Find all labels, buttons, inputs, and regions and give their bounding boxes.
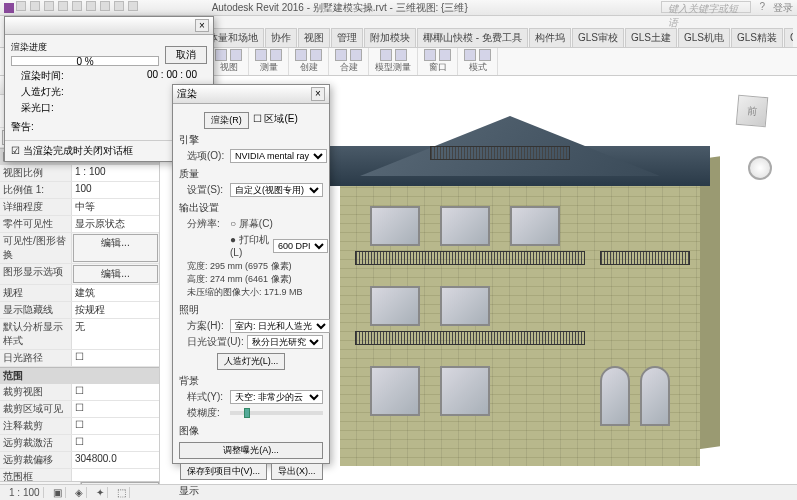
property-row[interactable]: 可见性/图形替换编辑... — [0, 233, 159, 264]
progress-stat: 渲染时间:00 : 00 : 00 — [11, 68, 207, 84]
export-button[interactable]: 导出(X)... — [271, 463, 323, 480]
property-row[interactable]: 比例值 1:100 — [0, 182, 159, 199]
status-icon[interactable]: ▣ — [50, 487, 66, 498]
ribbon-tab[interactable]: GLS土建 — [625, 28, 677, 47]
nav-wheel[interactable] — [748, 156, 772, 180]
close-on-finish-checkbox[interactable]: ☑ 当渲染完成时关闭对话框 — [11, 145, 133, 156]
property-row[interactable]: 裁剪视图 — [0, 384, 159, 401]
property-row[interactable]: 显示隐藏线按规程 — [0, 302, 159, 319]
screen-radio[interactable]: ○ 屏幕(C) — [230, 217, 273, 231]
render-button[interactable]: 渲染(R) — [204, 112, 249, 129]
ribbon-group: 模式 — [458, 48, 498, 75]
ribbon-tab[interactable]: GLS审校 — [572, 28, 624, 47]
quick-access-toolbar[interactable] — [16, 1, 138, 11]
help-icon[interactable]: ? — [759, 1, 765, 15]
scheme-select[interactable]: 室内: 日光和人造光 — [230, 319, 330, 333]
progress-label: 渲染进度 — [11, 41, 159, 54]
progress-bar: 0 % — [11, 56, 159, 66]
view-cube[interactable]: 前 — [737, 96, 777, 136]
exposure-button[interactable]: 调整曝光(A)... — [179, 442, 323, 459]
ribbon-tab[interactable]: 构件坞 — [529, 28, 571, 47]
ribbon-tool-icon[interactable] — [335, 49, 347, 61]
ribbon-tool-icon[interactable] — [424, 49, 436, 61]
ribbon-tab[interactable]: 管理 — [331, 28, 363, 47]
property-row[interactable]: 零件可见性显示原状态 — [0, 216, 159, 233]
ribbon-tab[interactable]: GLS综合 — [784, 28, 793, 47]
quality-select[interactable]: 自定义(视图专用) — [230, 183, 323, 197]
engine-select[interactable]: NVIDIA mental ray — [230, 149, 327, 163]
property-row[interactable]: 日光路径 — [0, 350, 159, 367]
ribbon-tab[interactable]: 椰椰山快模 - 免费工具 — [417, 28, 528, 47]
ribbon-tool-icon[interactable] — [380, 49, 392, 61]
dpi-select[interactable]: 600 DPI — [273, 239, 328, 253]
property-row[interactable]: 图形显示选项编辑... — [0, 264, 159, 285]
ribbon-tab[interactable]: 视图 — [298, 28, 330, 47]
scale-display[interactable]: 1 : 100 — [6, 487, 44, 498]
ribbon-tool-icon[interactable] — [230, 49, 242, 61]
artificial-lights-button[interactable]: 人造灯光(L)... — [217, 353, 286, 370]
search-input[interactable]: 键入关键字或短语 — [661, 1, 751, 13]
property-row[interactable]: 默认分析显示样式无 — [0, 319, 159, 350]
property-row[interactable]: 详细程度中等 — [0, 199, 159, 216]
sun-select[interactable]: 秋分日光研究 — [247, 335, 323, 349]
ribbon-group: 窗口 — [418, 48, 458, 75]
ribbon-tab[interactable]: GLS机电 — [678, 28, 730, 47]
haze-slider[interactable] — [230, 411, 323, 415]
status-icon[interactable]: ⬚ — [114, 487, 130, 498]
dialog-title: 渲染 — [177, 87, 197, 101]
ribbon-tab[interactable]: 协作 — [265, 28, 297, 47]
ribbon-tool-icon[interactable] — [350, 49, 362, 61]
ribbon-tool-icon[interactable] — [215, 49, 227, 61]
render-dialog: 渲染× 渲染(R) ☐ 区域(E) 引擎 选项(O):NVIDIA mental… — [172, 84, 330, 464]
save-button[interactable]: 保存到项目中(V)... — [180, 463, 268, 480]
property-category: 范围 — [0, 367, 159, 384]
title-bar: Autodesk Revit 2016 - 别墅建模实操.rvt - 三维视图:… — [0, 0, 797, 16]
ribbon-tool-icon[interactable] — [255, 49, 267, 61]
status-icon[interactable]: ✦ — [93, 487, 108, 498]
region-checkbox[interactable]: ☐ 区域(E) — [253, 112, 298, 129]
ribbon-tab[interactable]: 附加模块 — [364, 28, 416, 47]
property-row[interactable]: 远剪裁激活 — [0, 435, 159, 452]
ribbon-group: 视图 — [209, 48, 249, 75]
ribbon-tool-icon[interactable] — [464, 49, 476, 61]
ribbon-tool-icon[interactable] — [295, 49, 307, 61]
building-model — [300, 86, 740, 476]
ribbon-tool-icon[interactable] — [395, 49, 407, 61]
property-row[interactable]: 注释裁剪 — [0, 418, 159, 435]
login-link[interactable]: 登录 — [773, 1, 793, 15]
revit-icon — [4, 3, 14, 13]
ribbon-group: 测量 — [249, 48, 289, 75]
property-row[interactable]: 裁剪区域可见 — [0, 401, 159, 418]
status-bar: 1 : 100 ▣ ◈ ✦ ⬚ — [0, 484, 797, 500]
ribbon-tool-icon[interactable] — [310, 49, 322, 61]
ribbon-group: 模型测量 — [369, 48, 418, 75]
printer-radio[interactable]: ● 打印机(L) — [230, 233, 270, 258]
status-icon[interactable]: ◈ — [72, 487, 87, 498]
ribbon-group: 创建 — [289, 48, 329, 75]
property-row[interactable]: 范围框 — [0, 469, 159, 481]
property-row[interactable]: 远剪裁偏移304800.0 — [0, 452, 159, 469]
bg-style-select[interactable]: 天空: 非常少的云 — [230, 390, 323, 404]
ribbon-tool-icon[interactable] — [479, 49, 491, 61]
property-row[interactable]: 视图比例1 : 100 — [0, 165, 159, 182]
property-row[interactable]: 规程建筑 — [0, 285, 159, 302]
close-icon[interactable]: × — [195, 19, 209, 32]
ribbon-tool-icon[interactable] — [439, 49, 451, 61]
ribbon-tool-icon[interactable] — [270, 49, 282, 61]
ribbon-group: 合建 — [329, 48, 369, 75]
cancel-button[interactable]: 取消 — [165, 46, 207, 64]
ribbon-tab[interactable]: GLS精装 — [731, 28, 783, 47]
close-icon[interactable]: × — [311, 87, 325, 101]
